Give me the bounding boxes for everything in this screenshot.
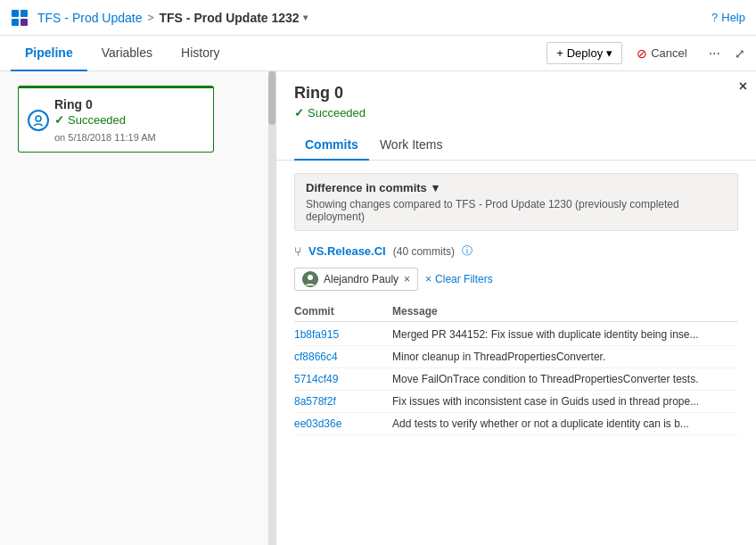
table-row: cf8866c4 Minor cleanup in ThreadProperti… xyxy=(294,346,738,368)
commit-message: Merged PR 344152: Fix issue with duplica… xyxy=(392,328,738,341)
ring-status: ✓ Succeeded xyxy=(54,113,202,127)
diff-header: Difference in commits ▾ Showing changes … xyxy=(294,173,738,231)
commit-hash[interactable]: cf8866c4 xyxy=(294,351,392,363)
expand-button[interactable]: ⤢ xyxy=(735,46,745,61)
right-panel-title: Ring 0 xyxy=(294,84,738,103)
breadcrumb-chevron-icon[interactable]: ▾ xyxy=(303,12,308,22)
cancel-circle-icon: ⊘ xyxy=(637,46,647,61)
filter-avatar xyxy=(302,271,318,287)
svg-rect-0 xyxy=(12,10,19,17)
commit-rows: 1b8fa915 Merged PR 344152: Fix issue wit… xyxy=(294,324,738,435)
svg-rect-2 xyxy=(12,19,19,26)
commit-table-header: Commit Message xyxy=(294,301,738,322)
left-panel: Ring 0 ✓ Succeeded on 5/18/2018 11:19 AM xyxy=(0,71,276,545)
more-options-button[interactable]: ··· xyxy=(702,42,727,65)
status-check-icon: ✓ xyxy=(294,106,304,120)
close-button[interactable]: × xyxy=(739,78,747,95)
app-logo xyxy=(11,9,29,27)
commit-table: Commit Message 1b8fa915 Merged PR 344152… xyxy=(294,301,738,435)
tab-commits[interactable]: Commits xyxy=(294,130,369,161)
commit-hash[interactable]: 5714cf49 xyxy=(294,373,392,385)
table-row: ee03d36e Add tests to verify whether or … xyxy=(294,413,738,435)
help-button[interactable]: ? Help xyxy=(711,11,745,24)
right-panel-header: Ring 0 ✓ Succeeded xyxy=(276,71,756,120)
right-panel-status: ✓ Succeeded xyxy=(294,106,738,120)
nav-tabs: Pipeline Variables History + Deploy ▾ ⊘ … xyxy=(0,36,756,71)
nav-actions: + Deploy ▾ ⊘ Cancel ··· ⤢ xyxy=(546,42,745,65)
table-row: 8a578f2f Fix issues with inconsistent ca… xyxy=(294,391,738,413)
commit-message: Minor cleanup in ThreadPropertiesConvert… xyxy=(392,351,738,363)
scrollbar-thumb[interactable] xyxy=(268,71,275,125)
breadcrumb-separator: > xyxy=(148,12,154,24)
deploy-button[interactable]: + Deploy ▾ xyxy=(546,42,622,64)
commits-area: Difference in commits ▾ Showing changes … xyxy=(276,161,756,448)
breadcrumb-parent[interactable]: TFS - Prod Update xyxy=(37,11,143,25)
svg-rect-3 xyxy=(21,19,28,26)
breadcrumb: TFS - Prod Update > TFS - Prod Update 12… xyxy=(37,11,308,25)
filter-bar: Alejandro Pauly × × Clear Filters xyxy=(294,268,738,291)
tab-history[interactable]: History xyxy=(167,36,234,71)
filter-remove-button[interactable]: × xyxy=(404,273,410,285)
main-content: Ring 0 ✓ Succeeded on 5/18/2018 11:19 AM… xyxy=(0,71,756,545)
ring-title: Ring 0 xyxy=(54,97,202,111)
svg-point-4 xyxy=(36,116,41,121)
cancel-button[interactable]: ⊘ Cancel xyxy=(629,43,694,64)
diff-title: Difference in commits ▾ xyxy=(306,181,727,194)
table-row: 5714cf49 Move FailOnTrace condition to T… xyxy=(294,368,738,391)
help-circle-icon: ? xyxy=(711,11,718,24)
svg-point-6 xyxy=(308,275,313,280)
vs-release-header: ⑂ VS.Release.CI (40 commits) ⓘ xyxy=(294,244,738,259)
tab-pipeline[interactable]: Pipeline xyxy=(11,36,87,71)
diff-description: Showing changes compared to TFS - Prod U… xyxy=(306,198,727,223)
col-message-header: Message xyxy=(392,305,738,318)
scrollbar[interactable] xyxy=(268,71,275,545)
filter-chip: Alejandro Pauly × xyxy=(294,268,418,291)
top-bar: TFS - Prod Update > TFS - Prod Update 12… xyxy=(0,0,756,36)
ring-node[interactable]: Ring 0 ✓ Succeeded on 5/18/2018 11:19 AM xyxy=(18,86,214,153)
deploy-chevron-icon: ▾ xyxy=(606,46,612,60)
breadcrumb-current: TFS - Prod Update 1232 ▾ xyxy=(160,11,308,25)
clear-x-icon: × xyxy=(425,273,431,285)
info-icon[interactable]: ⓘ xyxy=(462,244,472,259)
check-icon: ✓ xyxy=(54,113,64,127)
svg-rect-1 xyxy=(21,10,28,17)
ring-date: on 5/18/2018 11:19 AM xyxy=(54,132,202,143)
tab-variables[interactable]: Variables xyxy=(87,36,167,71)
right-panel: × Ring 0 ✓ Succeeded Commits Work Items … xyxy=(276,71,756,545)
commit-hash[interactable]: ee03d36e xyxy=(294,417,392,430)
vs-release-title[interactable]: VS.Release.CI xyxy=(308,244,386,258)
filter-person-name: Alejandro Pauly xyxy=(324,273,399,285)
col-commit-header: Commit xyxy=(294,305,392,318)
commit-message: Move FailOnTrace condition to ThreadProp… xyxy=(392,373,738,385)
ring-node-icon xyxy=(28,110,49,131)
table-row: 1b8fa915 Merged PR 344152: Fix issue wit… xyxy=(294,324,738,346)
commit-message: Add tests to verify whether or not a dup… xyxy=(392,417,738,430)
inner-tabs: Commits Work Items xyxy=(276,130,756,161)
commit-hash[interactable]: 8a578f2f xyxy=(294,395,392,408)
git-icon: ⑂ xyxy=(294,244,301,259)
commit-count: (40 commits) xyxy=(393,245,455,258)
tab-work-items[interactable]: Work Items xyxy=(369,130,454,161)
commit-hash[interactable]: 1b8fa915 xyxy=(294,328,392,341)
diff-chevron-icon[interactable]: ▾ xyxy=(432,181,439,194)
clear-filters-button[interactable]: × Clear Filters xyxy=(425,273,493,285)
commit-message: Fix issues with inconsistent case in Gui… xyxy=(392,395,738,408)
plus-icon: + xyxy=(556,46,563,60)
